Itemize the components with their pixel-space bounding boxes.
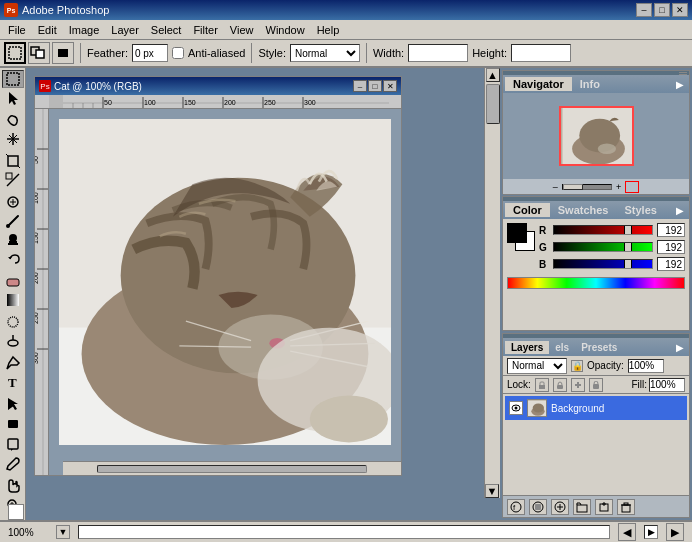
feather-input[interactable] [132,44,168,62]
menu-file[interactable]: File [2,22,32,38]
menu-layer[interactable]: Layer [105,22,145,38]
h-scrollbar[interactable] [63,461,401,475]
minimize-button[interactable]: – [636,3,652,17]
add-adjustment-button[interactable] [551,499,569,515]
layer-visibility-toggle[interactable] [509,401,523,415]
move-tool[interactable] [2,89,24,107]
doc-maximize-button[interactable]: □ [368,80,382,92]
type-tool[interactable]: T [2,373,24,391]
svg-rect-2 [36,50,44,58]
heal-tool[interactable] [2,193,24,211]
doc-close-button[interactable]: ✕ [383,80,397,92]
close-button[interactable]: ✕ [672,3,688,17]
color-options-icon[interactable]: ▶ [673,203,687,217]
b-label: B [539,259,549,270]
menu-select[interactable]: Select [145,22,188,38]
lock-image-button[interactable] [553,378,567,392]
status-left-arrow[interactable]: ◀ [618,523,636,541]
add-style-button[interactable]: f [507,499,525,515]
navigator-options-icon[interactable]: ▶ [673,77,687,91]
styles-tab[interactable]: Styles [616,203,664,217]
g-input[interactable]: 192 [657,240,685,254]
menu-window[interactable]: Window [260,22,311,38]
menu-view[interactable]: View [224,22,260,38]
zoom-slider[interactable] [562,184,612,190]
add-mask-button[interactable] [529,499,547,515]
eraser-tool[interactable] [2,272,24,290]
r-row: R 192 [539,223,685,237]
doc-minimize-button[interactable]: – [353,80,367,92]
ruler-top-svg: 50 100 150 200 250 300 [49,95,389,109]
paths-tab[interactable]: Presets [575,341,623,354]
swatches-tab[interactable]: Swatches [550,203,617,217]
b-slider[interactable] [553,259,653,269]
menu-filter[interactable]: Filter [187,22,223,38]
opacity-input[interactable]: 100% [628,359,664,373]
channels-tab[interactable]: els [549,341,575,354]
r-thumb[interactable] [624,225,632,235]
navigator-tab[interactable]: Navigator [505,77,572,91]
hand-tool[interactable] [2,477,24,495]
layer-name: Background [551,403,683,414]
layer-thumbnail [527,399,547,417]
layers-tab[interactable]: Layers [505,341,549,354]
height-input[interactable] [511,44,571,62]
background-color[interactable] [8,504,24,520]
g-slider[interactable] [553,242,653,252]
style-select[interactable]: Normal Fixed Ratio Fixed Size [290,44,360,62]
info-tab[interactable]: Info [572,77,608,91]
slice-tool[interactable] [2,171,24,189]
zoom-in-icon[interactable]: + [616,182,621,192]
g-thumb[interactable] [624,242,632,252]
brush-tool[interactable] [2,212,24,230]
layers-options-icon[interactable]: ▶ [673,340,687,354]
lock-transparent-button[interactable] [535,378,549,392]
eyedropper-tool[interactable] [2,455,24,473]
pen-tool[interactable] [2,354,24,372]
svg-rect-39 [49,95,389,109]
crop-tool[interactable] [2,152,24,170]
marquee-options-icon[interactable] [28,42,50,64]
feather-mode-icon[interactable] [52,42,74,64]
stamp-tool[interactable] [2,231,24,249]
blend-mode-select[interactable]: Normal Multiply Screen [507,358,567,374]
lock-position-button[interactable] [571,378,585,392]
dodge-tool[interactable] [2,332,24,350]
r-input[interactable]: 192 [657,223,685,237]
fg-color-swatch[interactable] [507,223,527,243]
zoom-out-icon[interactable]: – [553,182,558,192]
antialiased-checkbox[interactable] [172,47,184,59]
canvas-vscrollbar[interactable]: ▲ ▼ [484,68,500,498]
menu-edit[interactable]: Edit [32,22,63,38]
path-select-tool[interactable] [2,395,24,413]
width-input[interactable] [408,44,468,62]
status-right-arrow[interactable]: ▶ [666,523,684,541]
status-menu-btn[interactable]: ▼ [56,525,70,539]
gradient-tool[interactable] [2,291,24,309]
maximize-button[interactable]: □ [654,3,670,17]
document-canvas[interactable] [49,109,401,475]
r-slider[interactable] [553,225,653,235]
b-thumb[interactable] [624,259,632,269]
add-group-button[interactable] [573,499,591,515]
shape-tool[interactable] [2,414,24,432]
notes-tool[interactable] [2,436,24,454]
layer-row-background[interactable]: Background [505,396,687,420]
lock-all-button[interactable] [589,378,603,392]
history-brush-tool[interactable] [2,250,24,268]
color-tab[interactable]: Color [505,203,550,217]
fill-input[interactable]: 100% [649,378,685,392]
color-spectrum[interactable] [507,277,685,289]
blur-tool[interactable] [2,313,24,331]
lasso-tool[interactable] [2,111,24,129]
marquee-tool[interactable] [2,70,24,88]
delete-layer-button[interactable] [617,499,635,515]
lock-opacity-icon[interactable]: 🔒 [571,360,583,372]
nav-zoom-rect[interactable] [625,181,639,193]
menu-image[interactable]: Image [63,22,106,38]
b-input[interactable]: 192 [657,257,685,271]
marquee-rect-icon[interactable] [4,42,26,64]
menu-help[interactable]: Help [311,22,346,38]
add-layer-button[interactable] [595,499,613,515]
magic-wand-tool[interactable] [2,130,24,148]
